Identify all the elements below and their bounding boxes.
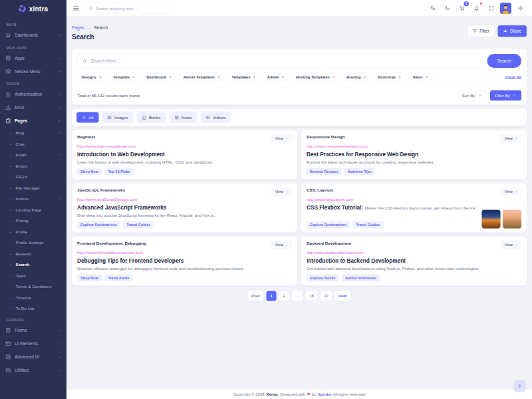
result-badge[interactable]: Shop Now [77,275,102,282]
filter-chip[interactable]: Admin Templates× [179,72,224,82]
sidebar-subitem-file-manager[interactable]: File Manager [0,182,66,194]
sidebar-item-advanced-ui[interactable]: Advanced UI [0,350,66,364]
result-url-link[interactable]: http://www.backenddevlops.com [307,250,364,255]
result-badge[interactable]: Top 10 Picks [104,168,133,176]
sidebar-item-apps[interactable]: Apps [0,51,66,65]
filter-chip[interactable]: Dashboard× [142,72,176,82]
result-badge[interactable]: Shop Now [77,168,102,176]
notifications-button[interactable] [471,3,482,14]
result-badge[interactable]: Author Interviews [342,275,379,282]
sidebar-item-authentication[interactable]: Authentication [0,88,66,101]
thumbnail-image-desert-night[interactable] [482,210,501,229]
result-url-link[interactable]: http://www.frontenddevelopment.com [77,250,143,255]
translate-button[interactable] [427,3,438,14]
sidebar-item-dashboards[interactable]: Dashboards [0,29,66,42]
sidebar-subitem-terms-conditions[interactable]: Terms & Conditions [0,281,66,293]
result-badge[interactable]: Explore Books [307,275,339,282]
remove-chip-icon[interactable]: × [398,75,401,80]
result-badge[interactable]: Browse Recipes [307,168,341,176]
dark-mode-button[interactable] [442,3,453,14]
remove-chip-icon[interactable]: × [425,75,428,80]
filter-by-button[interactable]: Filter By [490,90,521,101]
filter-chip[interactable]: Designs× [77,72,106,82]
sidebar-subitem-team[interactable]: Team [0,270,66,281]
view-dropdown-button[interactable]: View [271,134,292,142]
result-badge[interactable]: Travel Guides [123,221,154,229]
sidebar-subitem-reviews[interactable]: Reviews [0,248,66,259]
fullscreen-button[interactable] [485,3,497,14]
sidebar-item-utilities[interactable]: Utilities [0,364,66,377]
topbar-search-input[interactable] [96,6,168,11]
sidebar-subitem-to-do-list[interactable]: To Do List [0,303,66,315]
pagination-page-16[interactable]: 16 [306,291,318,301]
filter-chip[interactable]: Templates× [227,72,260,82]
cart-button[interactable]: 5 [456,3,467,14]
result-badge[interactable]: Travel Guides [352,221,383,229]
view-dropdown-button[interactable]: View [501,188,521,196]
filter-chip[interactable]: Hosting× [342,72,370,82]
remove-chip-icon[interactable]: × [169,75,172,80]
search-submit-button[interactable]: Search [487,54,521,68]
sidebar-subitem-faq-s[interactable]: FAQ's [0,172,66,183]
filter-chip[interactable]: Admin× [263,72,289,82]
view-dropdown-button[interactable]: View [271,241,292,249]
view-dropdown-button[interactable]: View [501,241,521,249]
sidebar-subitem-timeline[interactable]: Timeline [0,292,66,303]
sort-by-button[interactable]: Sort By [457,90,487,101]
filter-chip[interactable]: Bootstrap× [373,72,405,82]
sidebar-item-pages[interactable]: Pages [0,114,66,128]
tab-videos[interactable]: Videos [200,112,231,123]
results-search-input[interactable] [91,59,477,64]
result-url-link[interactable]: http://www.javaScriptDevlops.com [77,197,137,201]
pagination-next-button[interactable]: next [335,291,351,301]
sidebar-subitem-search[interactable]: Search [0,259,66,271]
tab-all[interactable]: All [76,112,98,123]
tab-images[interactable]: Images [102,112,133,123]
tab-news[interactable]: News [169,112,197,123]
result-badge[interactable]: Nutrition Tips [344,168,375,176]
thumbnail-image-desert-day[interactable] [503,210,521,229]
result-badge[interactable]: Explore Destinations [307,221,350,229]
remove-chip-icon[interactable]: × [217,75,220,80]
brand-logo[interactable]: xintra [0,0,66,17]
sidebar-subitem-pricing[interactable]: Pricing [0,215,66,227]
sidebar-subitem-landing-page[interactable]: Landing Page [0,204,66,215]
result-url-link[interactable]: http://www.responsivedesigns.com [307,144,368,148]
clear-all-link[interactable]: Clear All [505,74,521,79]
sidebar-subitem-profile[interactable]: Profile [0,226,66,237]
scroll-to-top-button[interactable] [514,380,525,392]
sidebar-subitem-empty[interactable]: Empty [0,160,66,172]
sidebar-subitem-blog[interactable]: Blog [0,128,66,139]
breadcrumb-pages-link[interactable]: Pages [72,25,84,31]
result-badge[interactable]: Trend Alerts [104,275,132,282]
settings-button[interactable] [515,3,526,14]
sidebar-item-forms[interactable]: Forms [0,324,66,337]
sidebar-item-nested-menu[interactable]: Nested Menu [0,65,66,78]
sidebar-subitem-email[interactable]: Email [0,150,66,161]
remove-chip-icon[interactable]: × [282,75,285,80]
tab-books[interactable]: Books [136,112,166,123]
sidebar-item-error[interactable]: Error [0,101,66,114]
sidebar-subitem-profile-settings[interactable]: Profile Settings [0,237,66,249]
sidebar-item-ui-elements[interactable]: UI Elements [0,337,66,350]
view-dropdown-button[interactable]: View [501,134,521,142]
remove-chip-icon[interactable]: × [132,75,135,80]
remove-chip-icon[interactable]: × [332,75,335,80]
footer-designer-link[interactable]: Spruko [318,392,332,396]
result-url-link[interactable]: http://www.beginnerpackage.com [77,144,136,148]
remove-chip-icon[interactable]: × [364,75,366,80]
hamburger-menu-icon[interactable] [72,5,80,12]
user-avatar[interactable] [500,3,511,14]
topbar-search[interactable] [84,3,172,14]
results-search-box[interactable] [77,54,482,68]
sidebar-subitem-invoice[interactable]: Invoice [0,194,66,205]
filter-chip[interactable]: Template× [109,72,140,82]
pagination-prev-button[interactable]: Prev [248,291,264,301]
remove-chip-icon[interactable]: × [99,75,102,80]
result-url-link[interactable]: http://www.layoutscss.com [307,197,353,201]
filter-chip[interactable]: Hosting Templates× [291,72,339,82]
remove-chip-icon[interactable]: × [253,75,255,80]
pagination-page-2[interactable]: 2 [279,291,289,301]
filter-chip[interactable]: Sales× [408,72,432,82]
result-badge[interactable]: Explore Destinations [77,221,120,229]
